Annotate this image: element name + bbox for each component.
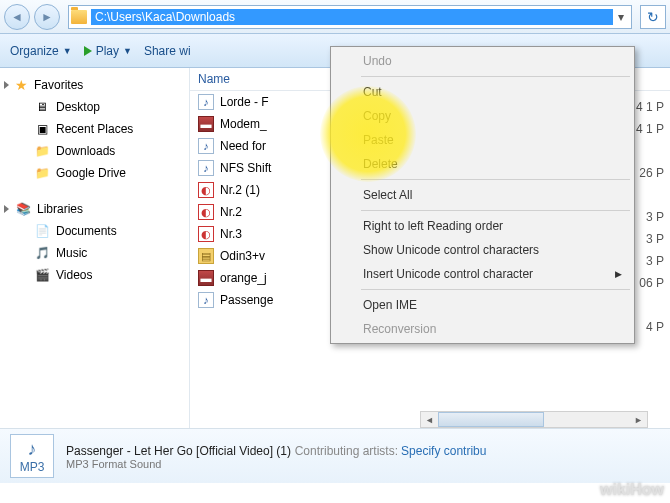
sidebar-item-documents[interactable]: 📄Documents: [0, 220, 189, 242]
pdf-icon: ◐: [198, 204, 214, 220]
folder-icon: [71, 10, 87, 24]
play-icon: [84, 46, 92, 56]
menu-show-ucc[interactable]: Show Unicode control characters: [333, 238, 632, 262]
address-dropdown[interactable]: ▾: [613, 10, 629, 24]
favorites-label: Favorites: [34, 78, 83, 92]
libraries-label: Libraries: [37, 202, 83, 216]
menu-separator: [361, 179, 630, 180]
sidebar-item-gdrive[interactable]: 📁Google Drive: [0, 162, 189, 184]
details-text: Passenger - Let Her Go [Official Video] …: [66, 443, 486, 470]
play-button[interactable]: Play ▼: [84, 44, 132, 58]
documents-icon: 📄: [34, 223, 50, 239]
organize-label: Organize: [10, 44, 59, 58]
context-menu: Undo Cut Copy Paste Delete Select All Ri…: [330, 46, 635, 344]
chevron-down-icon: ▼: [63, 46, 72, 56]
organize-button[interactable]: Organize ▼: [10, 44, 72, 58]
share-label: Share wi: [144, 44, 191, 58]
zip-icon: ▤: [198, 248, 214, 264]
menu-separator: [361, 289, 630, 290]
navigation-pane: ★ Favorites 🖥Desktop ▣Recent Places 📁Dow…: [0, 68, 190, 428]
libraries-icon: 📚: [15, 201, 31, 217]
sidebar-item-desktop[interactable]: 🖥Desktop: [0, 96, 189, 118]
menu-separator: [361, 76, 630, 77]
menu-rtl[interactable]: Right to left Reading order: [333, 214, 632, 238]
sidebar-item-videos[interactable]: 🎬Videos: [0, 264, 189, 286]
horizontal-scrollbar[interactable]: ◄ ►: [420, 411, 648, 428]
date-column-fragment: 4 1 P 4 1 P 26 P 3 P 3 P 3 P 06 P 4 P: [636, 96, 664, 338]
back-button[interactable]: ◄: [4, 4, 30, 30]
watermark: wikiHow: [600, 481, 664, 499]
menu-reconversion: Reconversion: [333, 317, 632, 341]
videos-icon: 🎬: [34, 267, 50, 283]
details-title: Passenger - Let Her Go [Official Video] …: [66, 444, 291, 458]
scroll-thumb[interactable]: [438, 412, 544, 427]
scroll-right-icon[interactable]: ►: [630, 412, 647, 427]
mp3-icon: ♪: [198, 138, 214, 154]
details-meta-label: Contributing artists:: [295, 444, 398, 458]
menu-undo: Undo: [333, 49, 632, 73]
star-icon: ★: [15, 77, 28, 93]
details-meta-value[interactable]: Specify contribu: [401, 444, 486, 458]
navigation-bar: ◄ ► C:\Users\Kaca\Downloads ▾ ↻: [0, 0, 670, 34]
chevron-down-icon: ▼: [123, 46, 132, 56]
mp3-file-icon: MP3: [10, 434, 54, 478]
expand-icon: [4, 81, 9, 89]
menu-cut[interactable]: Cut: [333, 80, 632, 104]
favorites-header[interactable]: ★ Favorites: [0, 74, 189, 96]
address-bar[interactable]: C:\Users\Kaca\Downloads ▾: [68, 5, 632, 29]
rar-icon: ▬: [198, 270, 214, 286]
sidebar-item-recent[interactable]: ▣Recent Places: [0, 118, 189, 140]
desktop-icon: 🖥: [34, 99, 50, 115]
play-label: Play: [96, 44, 119, 58]
sidebar-item-music[interactable]: 🎵Music: [0, 242, 189, 264]
recent-icon: ▣: [34, 121, 50, 137]
downloads-icon: 📁: [34, 143, 50, 159]
expand-icon: [4, 205, 9, 213]
scroll-track[interactable]: [438, 412, 630, 427]
libraries-header[interactable]: 📚 Libraries: [0, 198, 189, 220]
sidebar-item-downloads[interactable]: 📁Downloads: [0, 140, 189, 162]
menu-delete[interactable]: Delete: [333, 152, 632, 176]
rar-icon: ▬: [198, 116, 214, 132]
mp3-icon: ♪: [198, 160, 214, 176]
forward-button[interactable]: ►: [34, 4, 60, 30]
menu-open-ime[interactable]: Open IME: [333, 293, 632, 317]
menu-copy[interactable]: Copy: [333, 104, 632, 128]
menu-separator: [361, 210, 630, 211]
pdf-icon: ◐: [198, 182, 214, 198]
submenu-arrow-icon: ▶: [615, 269, 622, 279]
address-path[interactable]: C:\Users\Kaca\Downloads: [91, 9, 613, 25]
menu-paste[interactable]: Paste: [333, 128, 632, 152]
details-pane: MP3 Passenger - Let Her Go [Official Vid…: [0, 428, 670, 483]
gdrive-icon: 📁: [34, 165, 50, 181]
share-button[interactable]: Share wi: [144, 44, 191, 58]
music-icon: 🎵: [34, 245, 50, 261]
details-type: MP3 Format Sound: [66, 458, 486, 470]
scroll-left-icon[interactable]: ◄: [421, 412, 438, 427]
pdf-icon: ◐: [198, 226, 214, 242]
menu-insert-ucc[interactable]: Insert Unicode control character▶: [333, 262, 632, 286]
mp3-icon: ♪: [198, 292, 214, 308]
menu-select-all[interactable]: Select All: [333, 183, 632, 207]
refresh-button[interactable]: ↻: [640, 5, 666, 29]
mp3-icon: ♪: [198, 94, 214, 110]
